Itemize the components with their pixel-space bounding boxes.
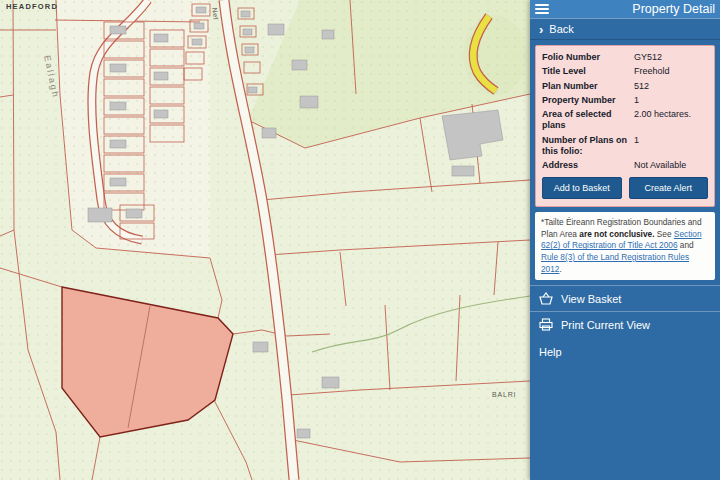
detail-label: Area of selected plans (542, 109, 634, 132)
detail-label: Plan Number (542, 81, 634, 92)
print-current-view-button[interactable]: Print Current View (530, 311, 720, 337)
map-label-headford: HEADFORD (6, 2, 58, 11)
help-link[interactable]: Help (530, 337, 720, 367)
back-button[interactable]: › Back (530, 18, 720, 40)
map-label-balri: BALRI (492, 391, 516, 398)
detail-row-area: Area of selected plans 2.00 hectares. (542, 109, 708, 132)
print-label: Print Current View (561, 319, 650, 331)
menu-icon[interactable] (535, 3, 549, 15)
land-registration-rules-link[interactable]: Rule 8(3) of the Land Registration Rules… (541, 252, 689, 274)
detail-row-address: Address Not Available (542, 160, 708, 171)
detail-label: Property Number (542, 95, 634, 106)
add-to-basket-button[interactable]: Add to Basket (542, 177, 622, 199)
create-alert-button[interactable]: Create Alert (629, 177, 709, 199)
panel-header: Property Detail (530, 0, 720, 18)
detail-actions: Add to Basket Create Alert (542, 177, 708, 199)
detail-label: Folio Number (542, 52, 634, 63)
detail-value: 1 (634, 95, 639, 106)
detail-value: 1 (634, 135, 639, 146)
map-view[interactable]: HEADFORD Eallagh Net BALRI (0, 0, 530, 480)
view-basket-button[interactable]: View Basket (530, 285, 720, 311)
disclaimer-text: See (654, 229, 673, 239)
detail-value: GY512 (634, 52, 662, 63)
detail-value: Freehold (634, 66, 670, 77)
printer-icon (539, 318, 553, 331)
detail-label: Title Level (542, 66, 634, 77)
app-window: HEADFORD Eallagh Net BALRI Property Deta… (0, 0, 720, 480)
detail-label: Number of Plans on this folio: (542, 135, 634, 158)
property-detail-panel: Property Detail › Back Folio Number GY51… (530, 0, 720, 480)
panel-title: Property Detail (632, 2, 715, 16)
back-label: Back (549, 23, 573, 35)
detail-value: Not Available (634, 160, 686, 171)
detail-row-folio-number: Folio Number GY512 (542, 52, 708, 63)
detail-value: 512 (634, 81, 649, 92)
detail-value: 2.00 hectares. (634, 109, 691, 120)
detail-row-property-number: Property Number 1 (542, 95, 708, 106)
property-details-card: Folio Number GY512 Title Level Freehold … (535, 45, 715, 207)
disclaimer-bold: are not conclusive. (579, 229, 654, 239)
view-basket-label: View Basket (561, 293, 621, 305)
basket-icon (539, 292, 553, 305)
disclaimer-text: and (678, 240, 694, 250)
disclaimer-text: . (559, 264, 561, 274)
detail-row-plan-number: Plan Number 512 (542, 81, 708, 92)
disclaimer-note: *Tailte Éireann Registration Boundaries … (535, 212, 715, 280)
detail-row-plan-count: Number of Plans on this folio: 1 (542, 135, 708, 158)
detail-label: Address (542, 160, 634, 171)
detail-row-title-level: Title Level Freehold (542, 66, 708, 77)
back-chevron-icon: › (539, 23, 543, 36)
